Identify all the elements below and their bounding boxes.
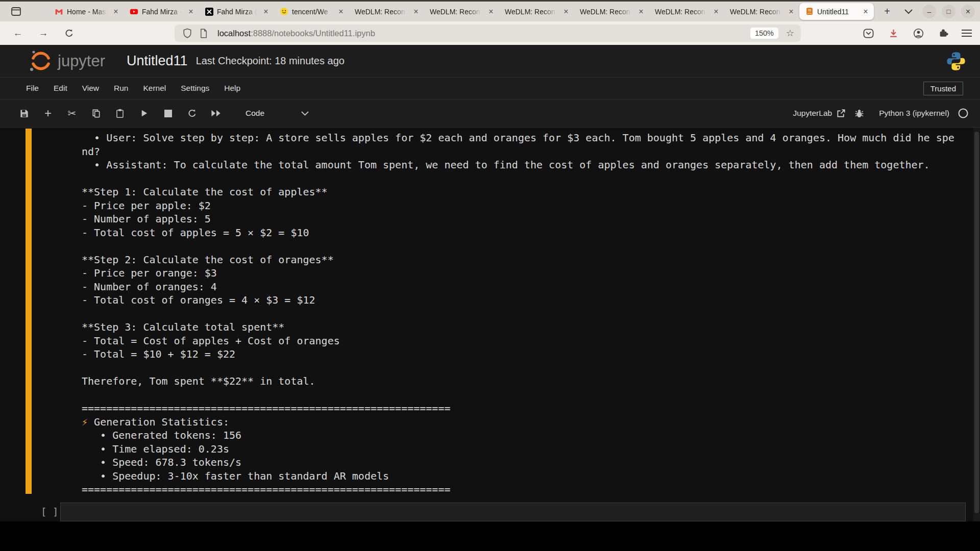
close-icon[interactable] (262, 8, 270, 16)
tab-wedlm-3[interactable]: WeDLM: Recon (499, 3, 574, 20)
tab-label: WeDLM: Recon (730, 8, 783, 16)
trusted-badge[interactable]: Trusted (923, 82, 963, 95)
forward-icon[interactable]: → (37, 27, 50, 40)
tab-label: WeDLM: Recon (655, 8, 708, 16)
notebook-area[interactable]: • User: Solve step by step: A store sell… (0, 128, 980, 521)
extensions-puzzle-icon[interactable] (937, 27, 950, 40)
empty-cell-editor[interactable] (60, 503, 966, 521)
url-bar[interactable]: localhost:8888/notebooks/Untitled11.ipyn… (175, 24, 801, 42)
menu-hamburger-icon[interactable] (962, 30, 972, 37)
cut-cell-button[interactable]: ✂ (66, 108, 78, 119)
external-link-icon (837, 109, 845, 118)
menu-kernel[interactable]: Kernel (143, 84, 166, 93)
page-icon[interactable] (198, 28, 209, 39)
reload-icon[interactable] (62, 27, 76, 40)
close-icon[interactable] (337, 8, 345, 16)
close-icon[interactable] (637, 8, 645, 16)
output-line: - Total = $10 + $12 = $22 (82, 347, 954, 361)
account-icon[interactable] (912, 27, 925, 40)
bookmark-star-icon[interactable] (783, 28, 797, 39)
maximize-button[interactable] (942, 5, 955, 18)
close-icon[interactable] (862, 8, 870, 16)
tab-youtube[interactable]: Fahd Mirza - (124, 3, 199, 20)
screen: Home - Mass Fahd Mirza - Fahd Mirza (@ t… (0, 0, 980, 551)
tab-wedlm-6[interactable]: WeDLM: Recon (724, 3, 799, 20)
list-tabs-chevron-icon[interactable] (900, 4, 917, 19)
output-line: - Total cost of apples = 5 × $2 = $10 (82, 226, 954, 240)
youtube-icon (130, 7, 138, 16)
jupyterlab-label: JupyterLab (793, 109, 832, 118)
save-button[interactable] (18, 108, 30, 119)
tab-x-twitter[interactable]: Fahd Mirza (@ (199, 3, 274, 20)
scrollbar-thumb[interactable] (974, 132, 979, 513)
notebook-title[interactable]: Untitled11 (127, 53, 188, 69)
tab-gmail[interactable]: Home - Mass (49, 3, 124, 20)
output-line: ========================================… (82, 402, 954, 415)
close-window-button[interactable] (961, 5, 975, 18)
tab-wedlm-2[interactable]: WeDLM: Recon (424, 3, 499, 20)
bottom-black-bar (0, 521, 980, 551)
tab-huggingface[interactable]: tencent/We (274, 3, 349, 20)
pocket-icon[interactable] (862, 27, 875, 40)
new-tab-button[interactable] (879, 4, 895, 19)
cell-type-chevron-icon[interactable] (301, 111, 309, 116)
shield-icon[interactable] (182, 28, 193, 39)
jupyter-menubar: File Edit View Run Kernel Settings Help … (0, 78, 980, 99)
close-icon[interactable] (787, 8, 795, 16)
x-icon (205, 7, 213, 16)
output-line: • Time elapsed: 0.23s (82, 442, 954, 456)
restart-run-all-button[interactable] (210, 108, 222, 119)
output-line: Therefore, Tom spent **$22** in total. (82, 374, 954, 388)
menu-help[interactable]: Help (224, 84, 240, 93)
close-icon[interactable] (187, 8, 195, 16)
firefox-view-icon (11, 7, 21, 16)
kernel-status-icon[interactable] (958, 108, 969, 119)
menu-run[interactable]: Run (114, 84, 128, 93)
close-icon[interactable] (412, 8, 420, 16)
output-line: ⚡ Generation Statistics: (82, 415, 954, 429)
tab-label: tencent/We (292, 8, 333, 16)
copy-cell-button[interactable] (90, 108, 102, 119)
output-line (82, 388, 954, 402)
restart-kernel-button[interactable] (186, 108, 198, 119)
output-line: **Step 2: Calculate the cost of oranges*… (82, 253, 954, 267)
interrupt-kernel-button[interactable] (162, 108, 174, 119)
download-icon[interactable] (887, 27, 900, 40)
selected-cell-indicator (26, 129, 32, 494)
add-cell-button[interactable]: + (42, 108, 54, 119)
open-in-jupyterlab-link[interactable]: JupyterLab (793, 109, 845, 118)
menu-view[interactable]: View (82, 84, 99, 93)
jupyter-wordmark: jupyter (58, 52, 105, 70)
output-line (82, 307, 954, 321)
browser-actions (862, 27, 980, 40)
close-icon[interactable] (562, 8, 570, 16)
kernel-name[interactable]: Python 3 (ipykernel) (879, 109, 949, 118)
tab-label: WeDLM: Recon (505, 8, 558, 16)
toolbar-right: JupyterLab Python 3 (ipykernel) (793, 108, 980, 119)
window-controls (922, 5, 975, 18)
debugger-bug-icon[interactable] (853, 108, 865, 119)
cell-type-dropdown[interactable]: Code (246, 109, 264, 118)
menu-file[interactable]: File (26, 84, 39, 93)
output-line: - Price per orange: $3 (82, 266, 954, 280)
minimize-button[interactable] (922, 5, 936, 18)
firefox-view-button[interactable] (6, 4, 26, 19)
output-line (82, 361, 954, 375)
close-icon[interactable] (712, 8, 720, 16)
close-icon[interactable] (112, 8, 120, 16)
zoom-level-badge[interactable]: 150% (750, 28, 778, 39)
tab-untitled11-active[interactable]: Untitled11 (799, 3, 874, 20)
notebook-scrollbar[interactable] (973, 128, 980, 521)
output-line: - Number of oranges: 4 (82, 280, 954, 294)
close-icon[interactable] (487, 8, 495, 16)
tab-wedlm-5[interactable]: WeDLM: Recon (649, 3, 724, 20)
tab-wedlm-4[interactable]: WeDLM: Recon (574, 3, 649, 20)
output-line: **Step 3: Calculate total spent** (82, 320, 954, 334)
menu-settings[interactable]: Settings (181, 84, 209, 93)
paste-cell-button[interactable] (114, 108, 126, 119)
output-line: ========================================… (82, 483, 954, 496)
tab-wedlm-1[interactable]: WeDLM: Recon (349, 3, 424, 20)
menu-edit[interactable]: Edit (54, 84, 67, 93)
back-icon[interactable]: ← (11, 27, 24, 40)
run-cell-button[interactable] (138, 108, 150, 119)
